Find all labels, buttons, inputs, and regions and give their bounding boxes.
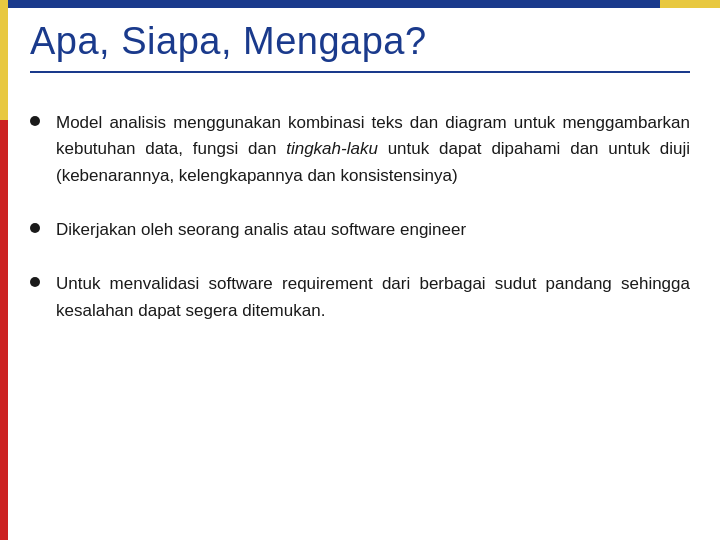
slide: Apa, Siapa, Mengapa? Model analisis meng… xyxy=(0,0,720,540)
left-decorative-bar xyxy=(0,0,8,540)
bullet-list: Model analisis menggunakan kombinasi tek… xyxy=(30,110,690,324)
bullet-text-3: Untuk menvalidasi software requirement d… xyxy=(56,271,690,324)
list-item: Dikerjakan oleh seorang analis atau soft… xyxy=(30,217,690,243)
italic-text: tingkah-laku xyxy=(286,139,378,158)
bullet-dot xyxy=(30,223,40,233)
list-item: Untuk menvalidasi software requirement d… xyxy=(30,271,690,324)
left-bar-yellow-segment xyxy=(0,0,8,120)
bullet-text-2: Dikerjakan oleh seorang analis atau soft… xyxy=(56,217,466,243)
list-item: Model analisis menggunakan kombinasi tek… xyxy=(30,110,690,189)
bullet-text-1: Model analisis menggunakan kombinasi tek… xyxy=(56,110,690,189)
bullet-dot xyxy=(30,116,40,126)
content-area: Model analisis menggunakan kombinasi tek… xyxy=(30,110,690,520)
slide-title: Apa, Siapa, Mengapa? xyxy=(30,20,690,63)
title-area: Apa, Siapa, Mengapa? xyxy=(30,20,690,73)
title-underline xyxy=(30,71,690,73)
top-bar-blue xyxy=(0,0,660,8)
top-decorative-bar xyxy=(0,0,720,8)
bullet-dot xyxy=(30,277,40,287)
top-bar-yellow xyxy=(660,0,720,8)
left-bar-red-segment xyxy=(0,120,8,540)
